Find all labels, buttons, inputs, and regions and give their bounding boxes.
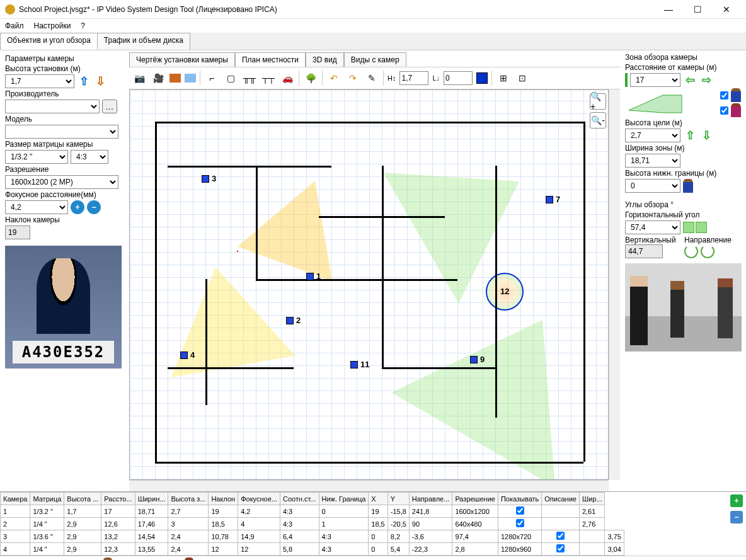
- distance-right-icon[interactable]: ⇨: [699, 73, 713, 87]
- zone-width-select[interactable]: 18,71: [625, 154, 680, 168]
- table-header[interactable]: Наклон: [209, 493, 238, 505]
- tab-traffic[interactable]: Трафик и объем диска: [97, 33, 190, 50]
- row-show-checkbox[interactable]: [556, 544, 565, 552]
- tool-camera-icon[interactable]: 📷: [132, 71, 147, 86]
- tab-siteplan[interactable]: План местности: [235, 52, 306, 67]
- table-row[interactable]: 41/4 "2,912,313,552,412125,84:305,4-22,3…: [1, 543, 624, 556]
- camera-table[interactable]: КамераМатрицаВысота ...Рассто...Ширин...…: [0, 492, 624, 556]
- table-header[interactable]: Показывать: [498, 493, 541, 505]
- tool-wall-icon[interactable]: [169, 74, 181, 83]
- camera-marker-9[interactable]: [470, 356, 478, 363]
- tool-window-icon[interactable]: ▢: [223, 71, 238, 86]
- manufacturer-select[interactable]: [5, 100, 100, 113]
- model-select[interactable]: [5, 125, 118, 139]
- camera-marker-1[interactable]: [306, 273, 314, 280]
- distance-left-icon[interactable]: ⇦: [683, 73, 697, 87]
- table-header[interactable]: Фокусное...: [238, 493, 280, 505]
- manufacturer-browse-button[interactable]: …: [102, 100, 117, 113]
- resolution-select[interactable]: 1600x1200 (2 MP): [5, 175, 118, 189]
- camera-marker-7[interactable]: [546, 196, 553, 203]
- focal-plus-icon[interactable]: +: [71, 200, 84, 214]
- table-header[interactable]: Разрешение: [452, 493, 498, 505]
- menu-file[interactable]: Файл: [5, 21, 24, 30]
- table-header[interactable]: Направле...: [409, 493, 452, 505]
- target-up-icon[interactable]: ⇧: [683, 129, 697, 142]
- canvas-hscroll[interactable]: [129, 480, 609, 491]
- table-header[interactable]: Высота з...: [168, 493, 209, 505]
- row-show-checkbox[interactable]: [516, 519, 524, 527]
- table-header[interactable]: Рассто...: [101, 493, 135, 505]
- tab-drawing[interactable]: Чертёж установки камеры: [129, 52, 235, 67]
- toolbar-color-swatch[interactable]: [476, 72, 488, 84]
- table-header[interactable]: Высота ...: [64, 493, 101, 505]
- vert-angle-input[interactable]: [625, 244, 663, 258]
- toolbar-grid1-icon[interactable]: ⊞: [496, 71, 511, 86]
- floorplan-canvas[interactable]: 1 2 3 4 7 9 11 12: [129, 89, 609, 480]
- table-row[interactable]: 11/3.2 "1,71718,712,7194,24:3019-15,8241…: [1, 505, 624, 518]
- distance-select[interactable]: 17: [630, 73, 680, 87]
- target-height-select[interactable]: 2,7: [625, 129, 680, 142]
- focal-select[interactable]: 4,2: [5, 200, 68, 214]
- toolbar-height-input[interactable]: [399, 71, 428, 85]
- tilt-input[interactable]: [5, 226, 30, 239]
- aspect-select[interactable]: 4:3: [71, 150, 108, 164]
- camera-marker-3[interactable]: [202, 175, 209, 183]
- row-show-checkbox[interactable]: [516, 506, 524, 515]
- table-row[interactable]: 21/4 "2,912,617,46318,544:3118,5-20,5906…: [1, 518, 624, 530]
- tool-fence-icon[interactable]: ╥╥: [242, 71, 257, 86]
- close-button[interactable]: ✕: [712, 0, 741, 19]
- toolbar-length-input[interactable]: [444, 71, 473, 85]
- table-header[interactable]: Шир...: [579, 493, 605, 505]
- camera-marker-11[interactable]: [350, 361, 358, 369]
- table-header[interactable]: Ширин...: [135, 493, 168, 505]
- camera-marker-2[interactable]: [286, 317, 294, 324]
- table-header[interactable]: Описание: [542, 493, 580, 505]
- table-header[interactable]: X: [369, 493, 387, 505]
- tool-door-icon[interactable]: ⌐: [204, 71, 219, 86]
- table-add-button[interactable]: +: [730, 494, 743, 507]
- show-female-checkbox[interactable]: [720, 106, 728, 115]
- undo-icon[interactable]: ↶: [326, 71, 341, 86]
- height-up-icon[interactable]: ⇧: [77, 74, 91, 88]
- minimize-button[interactable]: —: [654, 0, 683, 19]
- zoom-out-button[interactable]: 🔍-: [590, 112, 606, 129]
- table-header[interactable]: Матрица: [30, 493, 64, 505]
- tab-camera-views[interactable]: Виды с камер: [344, 52, 406, 67]
- rotate-cw-icon[interactable]: [701, 244, 714, 258]
- zoom-in-button[interactable]: 🔍+: [590, 93, 606, 110]
- rotate-ccw-icon[interactable]: [684, 244, 698, 258]
- table-header[interactable]: Ниж. Граница: [319, 493, 369, 505]
- horiz-angle-select[interactable]: 57,4: [625, 220, 680, 234]
- table-header[interactable]: Камера: [1, 493, 30, 505]
- tool-box-icon[interactable]: [185, 74, 196, 83]
- zone-width-label: Ширина зоны (м): [625, 144, 741, 152]
- menu-help[interactable]: ?: [81, 21, 85, 30]
- tool-eraser-icon[interactable]: ✎: [364, 71, 379, 86]
- table-header[interactable]: Соотн.ст...: [280, 493, 319, 505]
- redo-icon[interactable]: ↷: [345, 71, 360, 86]
- table-header[interactable]: Y: [387, 493, 409, 505]
- tool-car-icon[interactable]: 🚗: [280, 71, 295, 86]
- table-row[interactable]: 31/3.6 "2,913,214,542,410,7814,96,44:308…: [1, 530, 624, 543]
- maximize-button[interactable]: ☐: [683, 0, 712, 19]
- tab-lens[interactable]: Объектив и угол обзора: [0, 33, 98, 50]
- show-male-checkbox[interactable]: [720, 91, 728, 100]
- canvas-vscroll[interactable]: [609, 89, 620, 480]
- height-down-icon[interactable]: ⇩: [93, 74, 107, 88]
- tool-camera2-icon[interactable]: 🎥: [151, 71, 166, 86]
- toolbar-grid2-icon[interactable]: ⊡: [515, 71, 530, 86]
- height-select[interactable]: 1,7: [5, 74, 74, 88]
- lower-bound-select[interactable]: 0: [625, 179, 680, 193]
- target-down-icon[interactable]: ⇩: [699, 129, 713, 142]
- menu-settings[interactable]: Настройки: [34, 21, 71, 30]
- table-remove-button[interactable]: −: [730, 511, 743, 523]
- angle-contract-icon[interactable]: [696, 222, 707, 233]
- tab-3d[interactable]: 3D вид: [306, 52, 344, 67]
- tool-table-icon[interactable]: ┬┬: [261, 71, 276, 86]
- tool-tree-icon[interactable]: 🌳: [303, 71, 318, 86]
- row-show-checkbox[interactable]: [556, 532, 565, 540]
- camera-marker-4[interactable]: [180, 351, 188, 359]
- angle-expand-icon[interactable]: [683, 222, 694, 233]
- focal-minus-icon[interactable]: −: [87, 200, 101, 214]
- sensor-select[interactable]: 1/3.2 ": [5, 150, 68, 164]
